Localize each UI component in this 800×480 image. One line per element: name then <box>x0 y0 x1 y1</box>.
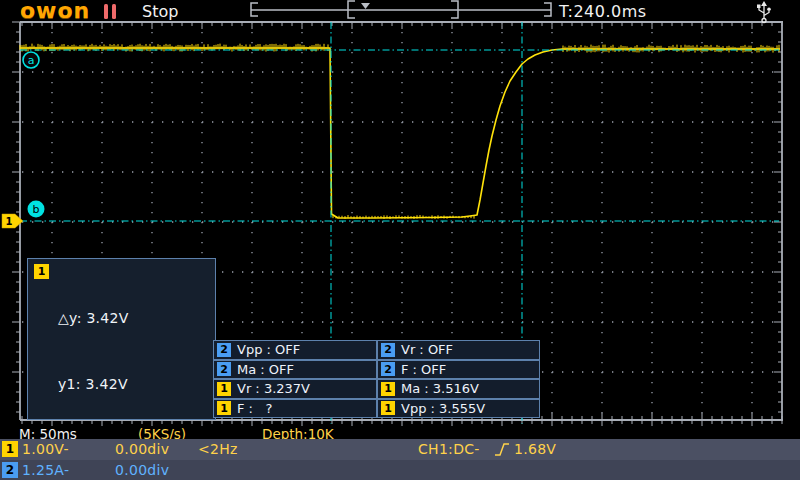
ch1-badge: 1 <box>217 401 231 415</box>
ch1-badge: 1 <box>381 401 395 415</box>
measure-text: Vr : 3.237V <box>237 381 310 396</box>
oscilloscope-screen: owon Stop T:240.0ms ab1 1 △y: 3.42V y1: … <box>0 0 800 480</box>
waveform-trace-ch1 <box>20 48 780 218</box>
ch2-badge: 2 <box>217 343 231 357</box>
rising-edge-icon <box>493 442 511 457</box>
ch1-frequency-label: <2Hz <box>198 441 238 457</box>
ch1-badge: 1 <box>381 382 395 396</box>
trigger-position-marker-icon <box>361 3 370 9</box>
measure-text: Ma : 3.516V <box>401 381 479 396</box>
cursor-y1-value: y1: 3.42V <box>58 373 151 395</box>
trigger-coupling-label: CH1:DC- <box>418 441 480 457</box>
ch2-offset-label: 0.00div <box>115 462 169 478</box>
measure-text: Ma : OFF <box>237 362 294 377</box>
measure-ch1-vpp[interactable]: 1Vpp : 3.555V <box>377 399 540 419</box>
measure-text: Vr : OFF <box>401 342 453 357</box>
ch1-position-label: 1 <box>6 216 13 227</box>
ch2-scale-label: 1.25A- <box>22 462 69 478</box>
cursor-readout-panel: 1 △y: 3.42V y1: 3.42V y2: 0.0mV △x: 0.19… <box>27 258 216 420</box>
measure-text: Vpp : OFF <box>237 342 300 357</box>
ch1-info-row[interactable]: 1 1.00V- 0.00div <2Hz CH1:DC- 1.68V <box>0 439 800 460</box>
measure-ch1-vr[interactable]: 1Vr : 3.237V <box>213 379 377 399</box>
record-window-indicator <box>250 0 555 20</box>
measure-text: F : ? <box>237 401 272 416</box>
waveform-noise <box>20 44 779 219</box>
measure-ch2-f[interactable]: 2F : OFF <box>377 360 540 380</box>
cursor-a-label: a <box>28 54 35 67</box>
trigger-time-label: T:240.0ms <box>559 2 647 21</box>
pause-bar-left <box>104 4 108 19</box>
measure-ch2-vr[interactable]: 2Vr : OFF <box>377 340 540 360</box>
ch1-offset-label: 0.00div <box>115 441 169 457</box>
measure-ch2-ma[interactable]: 2Ma : OFF <box>213 360 377 380</box>
cursor-channel-badge: 1 <box>34 264 49 279</box>
ch2-info-row[interactable]: 2 1.25A- 0.00div <box>0 460 800 480</box>
ch1-badge: 1 <box>2 441 18 457</box>
trigger-level-label: 1.68V <box>514 441 556 457</box>
owon-logo: owon <box>20 0 90 23</box>
measure-ch1-ma[interactable]: 1Ma : 3.516V <box>377 379 540 399</box>
cursor-b-label: b <box>33 203 40 216</box>
ch2-badge: 2 <box>2 462 18 478</box>
measure-ch1-f[interactable]: 1F : ? <box>213 399 377 419</box>
ch1-scale-label: 1.00V- <box>22 441 69 457</box>
usb-icon <box>754 0 774 24</box>
ch2-badge: 2 <box>381 362 395 376</box>
pause-bar-right <box>112 4 116 19</box>
ch2-badge: 2 <box>381 343 395 357</box>
measure-text: F : OFF <box>401 362 446 377</box>
cursor-dy-value: △y: 3.42V <box>58 307 151 329</box>
measure-text: Vpp : 3.555V <box>401 401 485 416</box>
ch1-badge: 1 <box>217 382 231 396</box>
measurement-panel: 2Vpp : OFF 2Vr : OFF 2Ma : OFF 2F : OFF … <box>213 340 540 418</box>
ch2-badge: 2 <box>217 362 231 376</box>
measure-ch2-vpp[interactable]: 2Vpp : OFF <box>213 340 377 360</box>
acquisition-state-label: Stop <box>142 2 178 21</box>
